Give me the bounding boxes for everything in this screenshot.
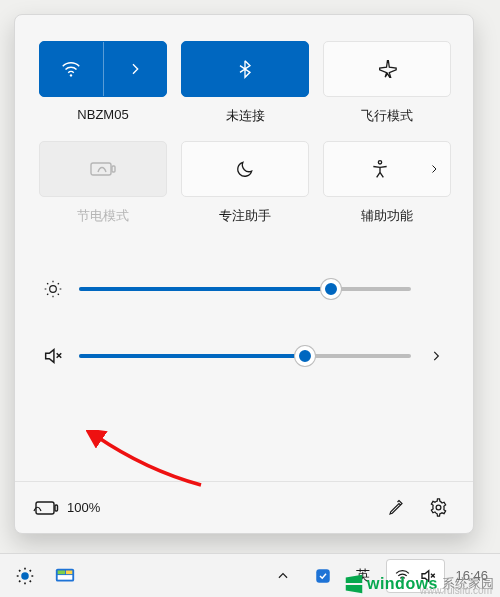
- bluetooth-tile[interactable]: [181, 41, 309, 97]
- bluetooth-label: 未连接: [226, 107, 265, 125]
- battery-status-icon[interactable]: [33, 500, 59, 516]
- volume-muted-icon: [419, 567, 437, 585]
- airplane-label: 飞行模式: [361, 107, 413, 125]
- wifi-icon: [60, 58, 82, 80]
- ime-mode-button[interactable]: 英: [346, 559, 380, 593]
- wifi-toggle[interactable]: [40, 42, 104, 96]
- svg-point-8: [22, 573, 28, 579]
- focus-assist-tile[interactable]: [181, 141, 309, 197]
- svg-rect-6: [55, 505, 58, 511]
- accessibility-tile[interactable]: [323, 141, 451, 197]
- shield-icon: [314, 567, 332, 585]
- svg-rect-10: [58, 570, 65, 574]
- settings-button[interactable]: [421, 491, 455, 525]
- quick-settings-panel: NBZM05 未连接 飞行模式: [14, 14, 474, 534]
- pencil-icon: [387, 499, 405, 517]
- brightness-row: [41, 279, 447, 299]
- accessibility-icon: [370, 159, 390, 179]
- battery-saver-icon: [90, 160, 116, 178]
- airplane-icon: [376, 58, 398, 80]
- volume-row: [41, 345, 447, 367]
- quick-settings-tiles: NBZM05 未连接 飞行模式: [15, 15, 473, 235]
- svg-rect-12: [58, 575, 73, 580]
- gear-icon: [14, 565, 36, 587]
- wifi-expand[interactable]: [104, 42, 167, 96]
- edit-quick-settings-button[interactable]: [379, 491, 413, 525]
- chevron-right-icon: [127, 61, 143, 77]
- brightness-icon: [41, 279, 65, 299]
- svg-point-4: [50, 286, 57, 293]
- gear-icon: [429, 498, 448, 517]
- taskbar-settings-app[interactable]: [8, 559, 42, 593]
- airplane-tile[interactable]: [323, 41, 451, 97]
- taskbar-control-panel-app[interactable]: [48, 559, 82, 593]
- svg-rect-1: [91, 163, 111, 175]
- volume-output-button[interactable]: [425, 349, 447, 363]
- focus-assist-label: 专注助手: [219, 207, 271, 225]
- svg-point-14: [402, 580, 404, 582]
- ime-mode-label: 英: [356, 567, 370, 585]
- svg-point-7: [436, 505, 441, 510]
- chevron-right-icon: [429, 349, 443, 363]
- tray-app-icon[interactable]: [306, 559, 340, 593]
- panel-footer: 100%: [15, 481, 473, 533]
- battery-percent: 100%: [67, 500, 100, 515]
- wifi-label: NBZM05: [77, 107, 128, 122]
- svg-point-0: [70, 74, 72, 76]
- chevron-right-icon: [428, 163, 440, 175]
- tray-overflow-button[interactable]: [266, 559, 300, 593]
- svg-point-3: [378, 161, 381, 164]
- accessibility-label: 辅助功能: [361, 207, 413, 225]
- brightness-slider[interactable]: [79, 279, 411, 299]
- battery-saver-label: 节电模式: [77, 207, 129, 225]
- chevron-up-icon: [276, 569, 290, 583]
- battery-saver-tile: [39, 141, 167, 197]
- volume-muted-icon[interactable]: [41, 345, 65, 367]
- svg-rect-2: [112, 166, 115, 172]
- taskbar: 英 16:46: [0, 553, 500, 597]
- moon-icon: [235, 159, 255, 179]
- wifi-icon: [394, 567, 411, 584]
- wifi-tile[interactable]: [39, 41, 167, 97]
- bluetooth-icon: [235, 59, 255, 79]
- volume-slider[interactable]: [79, 346, 411, 366]
- svg-rect-11: [66, 570, 72, 574]
- svg-rect-13: [317, 569, 331, 583]
- control-panel-icon: [54, 565, 76, 587]
- taskbar-clock[interactable]: 16:46: [451, 559, 492, 593]
- tray-network-volume-group[interactable]: [386, 559, 445, 593]
- clock-text: 16:46: [455, 568, 488, 583]
- sliders-section: [15, 235, 473, 389]
